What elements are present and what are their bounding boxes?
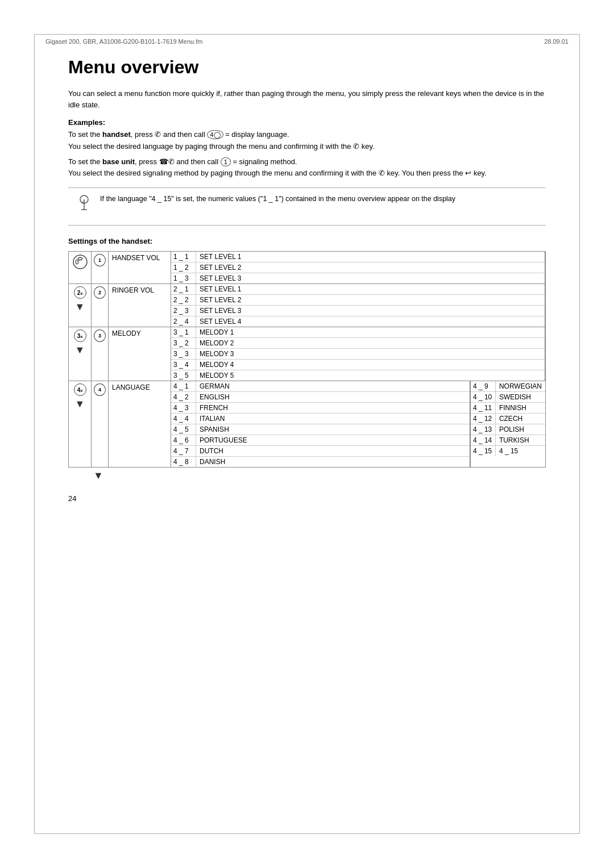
col-label-ringer: RINGER VOL — [109, 284, 171, 327]
page-content: Menu overview You can select a menu func… — [68, 57, 546, 811]
ext-entries-language: 4 _ 9 NORWEGIAN 4 _ 10 SWEDISH 4 _ 11 FI… — [470, 381, 545, 467]
num-circle-4: 4 — [94, 383, 106, 396]
menu-section-handset-vol: 1 HANDSET VOL 1 _ 1 SET LEVEL 1 1 _ 2 SE… — [69, 252, 545, 284]
ext-num: 4 _ 10 — [471, 392, 496, 402]
sub-label: GERMAN — [196, 381, 470, 391]
table-row: 4 _ 12 CZECH — [471, 414, 545, 424]
table-row: 1 _ 3 SET LEVEL 3 — [171, 273, 545, 283]
sub-label: ENGLISH — [196, 392, 470, 402]
sub-num: 2 _ 3 — [171, 306, 196, 316]
col-icon-handset — [69, 252, 92, 283]
col-icon-melody: 3ₓ ▼ — [69, 327, 92, 381]
table-row: 3 _ 1 MELODY 1 — [171, 327, 545, 338]
sub-num: 3 _ 5 — [171, 370, 196, 381]
menu-section-melody: 3ₓ ▼ 3 MELODY 3 _ 1 MELODY 1 3 _ 2 MELOD… — [69, 327, 545, 381]
bottom-arrow-icon: ▼ — [93, 470, 103, 482]
num-circle-2: 2 — [94, 286, 106, 299]
sub-num: 3 _ 3 — [171, 349, 196, 359]
sub-label: SET LEVEL 2 — [196, 295, 545, 305]
table-row: 4 _ 5 SPANISH — [171, 424, 470, 435]
sub-num: 2 _ 4 — [171, 316, 196, 327]
col-label-language: LANGUAGE — [109, 381, 171, 467]
arrow-down-icon: ▼ — [75, 301, 85, 313]
table-row: 4 _ 8 DANISH — [171, 457, 470, 467]
bottom-arrow: ▼ — [68, 468, 546, 484]
page-title: Menu overview — [68, 57, 546, 78]
table-row: 4 _ 15 4 _ 15 — [471, 446, 545, 456]
label-handset-vol: HANDSET VOL — [112, 254, 160, 262]
table-row: 3 _ 3 MELODY 3 — [171, 349, 545, 360]
sub-num: 2 _ 1 — [171, 284, 196, 294]
num-circle-3: 3 — [94, 329, 106, 342]
table-row: 4 _ 11 FINNISH — [471, 403, 545, 414]
sub-num: 4 _ 3 — [171, 403, 196, 413]
sub-num: 1 _ 2 — [171, 262, 196, 273]
table-row: 3 _ 2 MELODY 2 — [171, 338, 545, 349]
sub-label: FRENCH — [196, 403, 470, 413]
sub-label: SET LEVEL 2 — [196, 262, 545, 273]
arrow-down-icon-2: ▼ — [75, 344, 85, 356]
table-row: 1 _ 2 SET LEVEL 2 — [171, 262, 545, 273]
sub-label: SET LEVEL 1 — [196, 284, 545, 294]
menu-section-ringer-vol: 2ₓ ▼ 2 RINGER VOL 2 _ 1 SET LEVEL 1 2 _ … — [69, 284, 545, 327]
page-number: 24 — [68, 494, 546, 503]
sub-num: 4 _ 6 — [171, 435, 196, 445]
table-row: 3 _ 4 MELODY 4 — [171, 360, 545, 370]
sub-label: ITALIAN — [196, 414, 470, 424]
ringer-badge: 2ₓ — [74, 286, 86, 299]
note-icon — [76, 195, 92, 219]
sub-num: 4 _ 4 — [171, 414, 196, 424]
subentries-handset: 1 _ 1 SET LEVEL 1 1 _ 2 SET LEVEL 2 1 _ … — [171, 252, 545, 283]
ext-label: POLISH — [496, 424, 545, 435]
menu-section-language: 4ₓ ▼ 4 LANGUAGE 4 _ 1 GERMAN 4 _ 2 ENGLI… — [69, 381, 545, 467]
col-label-handset: HANDSET VOL — [109, 252, 171, 283]
sub-num: 4 _ 1 — [171, 381, 196, 391]
sub-label: SET LEVEL 1 — [196, 252, 545, 262]
subentries-ringer: 2 _ 1 SET LEVEL 1 2 _ 2 SET LEVEL 2 2 _ … — [171, 284, 545, 327]
language-badge: 4ₓ — [74, 383, 86, 396]
sub-num: 4 _ 7 — [171, 446, 196, 456]
sub-num: 3 _ 1 — [171, 327, 196, 337]
num-circle-1: 1 — [94, 254, 106, 266]
ext-label: 4 _ 15 — [496, 446, 545, 456]
sub-label: MELODY 5 — [196, 370, 545, 381]
ext-num: 4 _ 14 — [471, 435, 496, 445]
table-row: 2 _ 1 SET LEVEL 1 — [171, 284, 545, 295]
sub-label: SET LEVEL 4 — [196, 316, 545, 327]
ext-num: 4 _ 15 — [471, 446, 496, 456]
col-num-language: 4 — [92, 381, 109, 467]
sub-label: SET LEVEL 3 — [196, 306, 545, 316]
table-row: 1 _ 1 SET LEVEL 1 — [171, 252, 545, 262]
table-row: 4 _ 4 ITALIAN — [171, 414, 470, 424]
ext-label: TURKISH — [496, 435, 545, 445]
table-row: 4 _ 10 SWEDISH — [471, 392, 545, 403]
table-row: 4 _ 2 ENGLISH — [171, 392, 470, 403]
table-row: 4 _ 9 NORWEGIAN — [471, 381, 545, 392]
header-left: Gigaset 200, GBR, A31008-G200-B101-1-761… — [45, 38, 202, 45]
sub-num: 4 _ 8 — [171, 457, 196, 467]
col-label-melody: MELODY — [109, 327, 171, 381]
col-num-ringer: 2 — [92, 284, 109, 327]
footer-bar — [34, 833, 580, 834]
sub-num: 4 _ 5 — [171, 424, 196, 435]
sub-label: MELODY 1 — [196, 327, 545, 337]
ext-num: 4 _ 12 — [471, 414, 496, 424]
sub-label: PORTUGUESE — [196, 435, 470, 445]
sub-num: 3 _ 2 — [171, 338, 196, 348]
note-text: If the language "4 _ 15" is set, the num… — [100, 194, 455, 205]
label-melody: MELODY — [112, 329, 141, 337]
col-icon-language: 4ₓ ▼ — [69, 381, 92, 467]
intro-text: You can select a menu function more quic… — [68, 88, 546, 110]
subentries-language: 4 _ 1 GERMAN 4 _ 2 ENGLISH 4 _ 3 FRENCH … — [171, 381, 470, 467]
header-bar: Gigaset 200, GBR, A31008-G200-B101-1-761… — [34, 34, 580, 48]
table-row: 4 _ 3 FRENCH — [171, 403, 470, 414]
sub-num: 4 _ 2 — [171, 392, 196, 402]
table-row: 2 _ 4 SET LEVEL 4 — [171, 316, 545, 327]
sub-label: MELODY 3 — [196, 349, 545, 359]
ext-num: 4 _ 9 — [471, 381, 496, 391]
ext-label: CZECH — [496, 414, 545, 424]
header-right: 28.09.01 — [544, 38, 569, 45]
sub-num: 1 _ 3 — [171, 273, 196, 283]
table-row: 2 _ 2 SET LEVEL 2 — [171, 295, 545, 306]
table-row: 3 _ 5 MELODY 5 — [171, 370, 545, 381]
